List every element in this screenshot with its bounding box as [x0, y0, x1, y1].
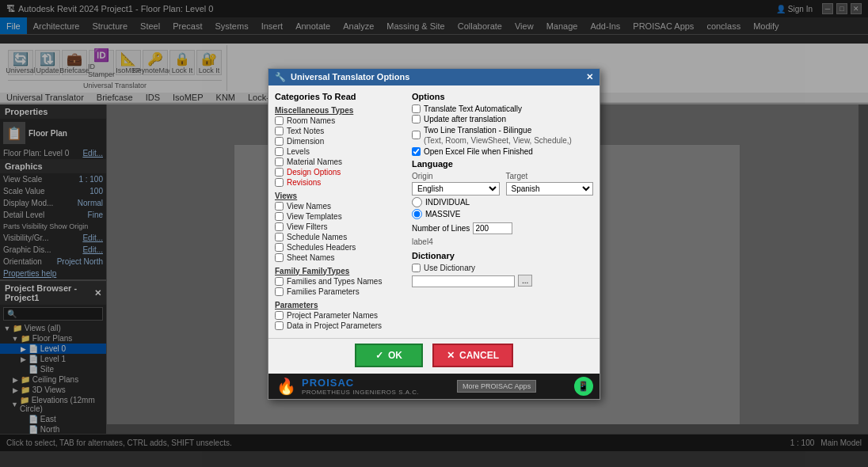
cat-material-names[interactable]: Material Names: [275, 158, 405, 166]
radio-massive[interactable]: MASSIVE: [412, 209, 593, 219]
parameters-heading: Parameters: [275, 301, 405, 309]
cancel-label: CANCEL: [459, 350, 499, 361]
cancel-x-icon: ✕: [447, 350, 455, 361]
cat-levels[interactable]: Levels: [275, 147, 405, 156]
origin-select[interactable]: English Spanish French German Portuguese: [412, 182, 500, 196]
language-section: Language Origin English Spanish French G…: [412, 159, 593, 246]
cat-design-options[interactable]: Design Options: [275, 168, 405, 177]
cat-text-notes[interactable]: Text Notes: [275, 127, 405, 135]
dialog-overlay: 🔧 Universal Translator Options ✕ Categor…: [0, 0, 868, 467]
fam-families-params[interactable]: Families Parameters: [275, 287, 405, 296]
dialog-body: Categories To Read Miscellaneous Types R…: [268, 85, 600, 338]
ok-button[interactable]: ✓ OK: [355, 344, 423, 367]
dictionary-heading: Dictionary: [412, 251, 593, 260]
lines-input[interactable]: [473, 222, 512, 234]
lines-label2: label4: [412, 237, 593, 246]
whatsapp-icon[interactable]: 📱: [574, 377, 593, 396]
fam-families-types[interactable]: Families and Types Names: [275, 277, 405, 286]
cancel-button[interactable]: ✕ CANCEL: [432, 344, 513, 367]
view-view-filters[interactable]: View Filters: [275, 222, 405, 231]
dialog-close-btn[interactable]: ✕: [586, 72, 593, 82]
lines-label: Number of Lines: [412, 224, 470, 233]
cat-dimension[interactable]: Dimension: [275, 137, 405, 146]
opt-update-after[interactable]: Update after translation: [412, 115, 593, 123]
dict-input-row: ...: [412, 274, 593, 287]
use-dictionary[interactable]: Use Dictionary: [412, 264, 593, 272]
param-project-names[interactable]: Project Parameter Names: [275, 311, 405, 320]
proisac-logo: 🔥 PROISAC PROMETHEUS INGENIEROS S.A.C.: [275, 375, 419, 397]
radio-individual[interactable]: INDIVIDUAL: [412, 197, 593, 207]
dialog-left-column: Categories To Read Miscellaneous Types R…: [275, 92, 405, 332]
opt-translate-auto[interactable]: Translate Text Automatically: [412, 104, 593, 113]
proisac-name: PROISAC: [302, 377, 419, 389]
dialog-title-bar: 🔧 Universal Translator Options ✕: [268, 69, 600, 85]
language-heading: Language: [412, 159, 593, 169]
family-heading: Family FamilyTypes: [275, 267, 405, 275]
dialog-title-icon: 🔧: [275, 72, 286, 82]
views-heading: Views: [275, 192, 405, 200]
view-view-names[interactable]: View Names: [275, 202, 405, 211]
lines-row: Number of Lines: [412, 222, 593, 234]
target-label: Target: [506, 172, 594, 180]
dictionary-section: Dictionary Use Dictionary ...: [412, 251, 593, 287]
opt-two-line[interactable]: Two Line Translation - Bilingue(Text, Ro…: [412, 125, 593, 146]
dialog-buttons: ✓ OK ✕ CANCEL: [268, 338, 600, 374]
cat-revisions[interactable]: Revisions: [275, 178, 405, 187]
misc-types-heading: Miscellaneous Types: [275, 106, 405, 115]
view-sheet-names[interactable]: Sheet Names: [275, 253, 405, 262]
categories-heading: Categories To Read: [275, 92, 405, 101]
proisac-text: PROISAC PROMETHEUS INGENIEROS S.A.C.: [302, 377, 419, 396]
options-heading: Options: [412, 92, 593, 101]
dialog-title-text: Universal Translator Options: [291, 72, 409, 82]
view-view-templates[interactable]: View Templates: [275, 212, 405, 221]
proisac-sub: PROMETHEUS INGENIEROS S.A.C.: [302, 389, 419, 396]
proisac-flame-icon: 🔥: [275, 375, 297, 397]
dictionary-path-input[interactable]: [412, 275, 515, 287]
param-data-project[interactable]: Data in Project Parameters: [275, 321, 405, 330]
opt-open-excel[interactable]: Open Excel File when Finished: [412, 147, 593, 156]
view-schedule-names[interactable]: Schedule Names: [275, 233, 405, 241]
dialog-universal-translator: 🔧 Universal Translator Options ✕ Categor…: [268, 68, 600, 400]
dialog-right-column: Options Translate Text Automatically Upd…: [412, 92, 593, 332]
ok-check-icon: ✓: [375, 350, 383, 361]
proisac-more-button[interactable]: More PROISAC Apps: [457, 380, 536, 393]
dictionary-browse-btn[interactable]: ...: [518, 275, 532, 287]
view-schedule-headers[interactable]: Schedules Headers: [275, 243, 405, 252]
proisac-bar: 🔥 PROISAC PROMETHEUS INGENIEROS S.A.C. M…: [268, 374, 600, 399]
target-select[interactable]: Spanish English French German Portuguese: [506, 182, 594, 196]
cat-room-names[interactable]: Room Names: [275, 116, 405, 125]
origin-label: Origin: [412, 172, 500, 180]
language-grid: Origin English Spanish French German Por…: [412, 172, 593, 196]
ok-label: OK: [388, 350, 402, 361]
